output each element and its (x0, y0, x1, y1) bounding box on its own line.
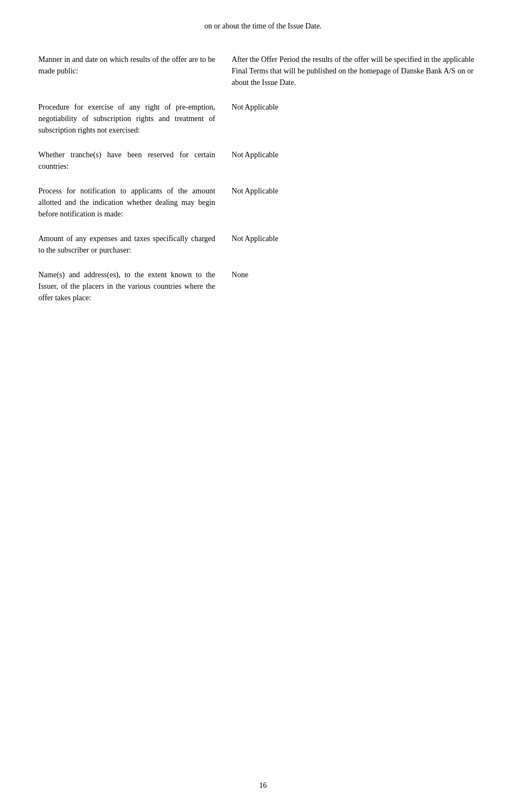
right-col-1: Not Applicable (226, 95, 493, 142)
content-table: Manner in and date on which results of t… (33, 47, 493, 310)
left-col-0: Manner in and date on which results of t… (33, 47, 226, 95)
table-row: Procedure for exercise of any right of p… (33, 95, 493, 142)
top-line-content: on or about the time of the Issue Date. (204, 22, 322, 30)
table-row: Whether tranche(s) have been reserved fo… (33, 142, 493, 179)
right-col-4: Not Applicable (226, 226, 493, 262)
right-col-2: Not Applicable (226, 142, 493, 179)
right-col-0: After the Offer Period the results of th… (226, 47, 493, 95)
table-row: Process for notification to applicants o… (33, 179, 493, 226)
left-col-4: Amount of any expenses and taxes specifi… (33, 226, 226, 262)
left-col-3: Process for notification to applicants o… (33, 179, 226, 226)
left-col-1: Procedure for exercise of any right of p… (33, 95, 226, 142)
right-col-5: None (226, 262, 493, 310)
page: on or about the time of the Issue Date. … (0, 0, 526, 812)
page-number: 16 (259, 781, 267, 790)
left-col-2: Whether tranche(s) have been reserved fo… (33, 142, 226, 179)
right-col-3: Not Applicable (226, 179, 493, 226)
table-row: Amount of any expenses and taxes specifi… (33, 226, 493, 262)
table-row: Manner in and date on which results of t… (33, 47, 493, 95)
top-line-text: on or about the time of the Issue Date. (33, 22, 493, 31)
left-col-5: Name(s) and address(es), to the extent k… (33, 262, 226, 310)
table-row: Name(s) and address(es), to the extent k… (33, 262, 493, 310)
